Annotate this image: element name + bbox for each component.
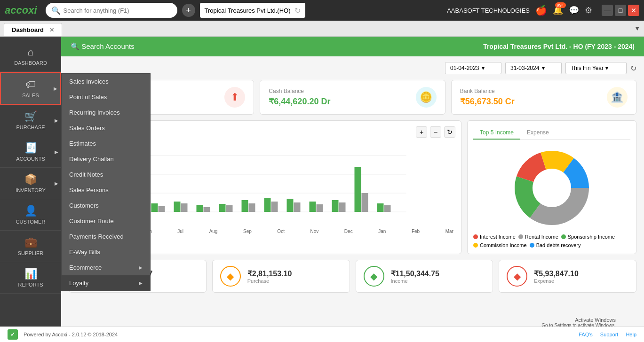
donut-legend: Interest Income Rental Income Sponsorshi… [473,234,630,248]
menu-item-sales-orders[interactable]: Sales Orders [62,120,150,136]
menu-item-payments-received[interactable]: Payments Received [62,229,150,244]
chart-zoom-in-button[interactable]: + [416,126,427,138]
global-search-bar[interactable]: 🔍 [46,3,177,18]
loyalty-arrow-icon: ▶ [139,280,143,286]
svg-rect-22 [332,200,339,212]
sidebar-item-accounts[interactable]: 🧾 ACCOUNTS ▶ [0,136,61,168]
settings-icon[interactable]: ⚙ [585,5,592,16]
month-label-aug: Aug [209,229,218,234]
legend-dot-commission [473,243,478,248]
date-to-chevron: ▾ [542,65,545,71]
add-button[interactable]: + [182,4,195,17]
menu-item-customers[interactable]: Customers [62,198,150,213]
purchase-bottom-label: Purchase [247,278,292,284]
legend-dot-interest [473,234,478,239]
chat-icon[interactable]: 💬 [569,5,579,16]
donut-tab-expense[interactable]: Expense [520,126,556,140]
month-label-jan: Jan [378,229,386,234]
income-bottom-label: Income [391,278,439,284]
stat-card-bank: Bank Balance ₹56,673.50 Cr 🏦 [451,80,636,115]
footer-logo-icon: ✓ [8,329,18,340]
close-button[interactable]: ✕ [628,5,639,16]
menu-item-estimates[interactable]: Estimates [62,136,150,151]
svg-rect-21 [317,204,323,212]
footer-support[interactable]: Support [600,332,619,337]
sidebar-item-customer[interactable]: 👤 CUSTOMER [0,199,61,231]
donut-tab-row: Top 5 Income Expense [473,126,630,140]
expense-bottom-value: ₹5,93,847.10 [534,269,579,278]
menu-item-recurring-invoices[interactable]: Recurring Invoices [62,105,150,120]
chart-refresh-button[interactable]: ↻ [444,126,455,138]
month-label-jul: Jul [177,229,183,234]
svg-point-33 [533,169,571,207]
company-selector[interactable]: Tropical Treasures Pvt Ltd.(HO) ↻ [200,3,305,18]
menu-item-point-of-sales[interactable]: Point of Sales [62,89,150,105]
cash-label: Cash Balance [269,88,330,94]
sidebar-item-inventory[interactable]: 📦 INVENTORY ▶ [0,168,61,199]
menu-item-eway-bills[interactable]: E-Way Bills [62,244,150,260]
svg-rect-26 [377,203,384,212]
stat-info-bank: Bank Balance ₹56,673.50 Cr [460,88,515,107]
menu-item-loyalty[interactable]: Loyalty▶ [62,275,150,291]
footer-help[interactable]: Help [626,332,636,337]
sidebar-item-dashboard[interactable]: ⌂ DASHBOARD [0,40,61,72]
dashboard-icon: ⌂ [27,46,33,58]
global-search-input[interactable] [64,7,162,14]
customer-icon: 👤 [24,205,37,217]
menu-item-ecommerce[interactable]: Ecommerce▶ [62,260,150,275]
tab-arrow-icon[interactable]: ▼ [634,25,640,32]
svg-rect-7 [159,206,165,212]
svg-rect-20 [310,202,316,212]
svg-rect-16 [264,198,271,212]
sidebar-item-reports[interactable]: 📊 REPORTS [0,262,61,294]
month-label-feb: Feb [412,229,420,234]
sidebar-label-dashboard: DASHBOARD [14,60,47,66]
sidebar-item-purchase[interactable]: 🛒 PURCHASE ▶ [0,105,61,136]
menu-item-credit-notes[interactable]: Credit Notes [62,167,150,182]
chart-controls: + − ↻ [416,126,455,138]
payables-icon: ⬆ [224,87,245,108]
svg-rect-23 [339,202,346,212]
footer-faq[interactable]: FAQ's [579,332,593,337]
minimize-button[interactable]: — [602,5,613,16]
bottom-card-income: ◆ ₹11,50,344.75 Income [356,260,493,293]
svg-rect-9 [181,203,188,212]
sidebar-item-supplier[interactable]: 💼 SUPPLIER [0,231,61,262]
notification-bell-wrap[interactable]: 🔔 99+ [553,5,563,16]
bottom-card-purchase: ◆ ₹2,81,153.10 Purchase [212,260,350,293]
legend-dot-sponsorship [561,234,566,239]
company-header-title: Tropical Treasures Pvt Ltd. - HO (FY 202… [483,43,635,50]
menu-item-sales-invoices[interactable]: Sales Invoices [62,74,150,89]
maximize-button[interactable]: □ [615,5,626,16]
date-from-value: 01-04-2023 [450,65,479,71]
svg-rect-18 [287,199,294,212]
user-name: AABASOFT TECHNOLOGIES [447,7,530,14]
menu-item-customer-route[interactable]: Customer Route [62,213,150,229]
date-from-picker[interactable]: 01-04-2023 ▾ [445,62,501,74]
menu-item-delivery-challan[interactable]: Delivery Challan [62,151,150,167]
footer-powered-by: Powered by Accoxi - 2.0.12 © 2018-2024 [24,332,118,337]
period-chevron: ▾ [605,65,608,71]
purchase-bottom-value: ₹2,81,153.10 [247,269,292,278]
menu-item-sales-persons[interactable]: Sales Persons [62,182,150,198]
donut-tab-income[interactable]: Top 5 Income [473,126,520,140]
expense-bottom-label: Expense [534,278,579,284]
chart-zoom-out-button[interactable]: − [430,126,441,138]
refresh-icon[interactable]: ↻ [294,6,301,15]
sidebar-item-sales[interactable]: 🏷 SALES ▶ [0,72,61,105]
bank-value: ₹56,673.50 Cr [460,96,515,107]
period-dropdown[interactable]: This Fin Year ▾ [565,62,627,74]
legend-sponsorship-income: Sponsorship Income [561,234,615,240]
bottom-card-expense: ◆ ₹5,93,847.10 Expense [499,260,636,293]
tab-close-icon[interactable]: ✕ [49,27,54,33]
search-accounts-button[interactable]: 🔍 Search Accounts [71,42,135,51]
tab-dashboard[interactable]: Dashboard ✕ [4,23,62,36]
accounts-icon: 🧾 [24,142,37,154]
filter-refresh-icon[interactable]: ↻ [630,64,636,73]
date-to-picker[interactable]: 31-03-2024 ▾ [505,62,562,74]
supplier-icon: 💼 [24,236,37,249]
window-controls: — □ ✕ [602,5,639,16]
sidebar-label-supplier: SUPPLIER [18,250,43,256]
income-bottom-value: ₹11,50,344.75 [391,269,439,278]
stats-row: Payables ₹1,71,733.50 ⬆ Cash Balance ₹6,… [69,80,636,115]
